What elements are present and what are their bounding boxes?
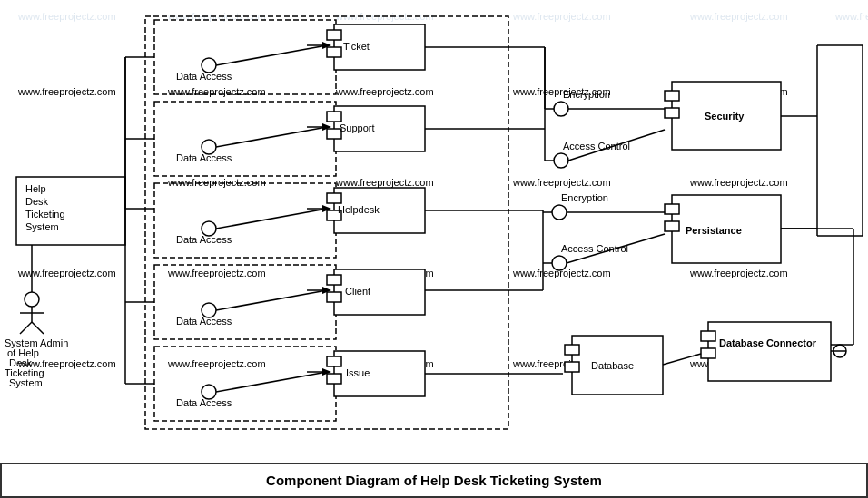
svg-text:System: System [25,221,59,232]
client-dashed [154,265,336,339]
svg-text:System: System [9,377,43,388]
issue-label: Issue [346,367,370,378]
support-label: Support [340,122,375,133]
encryption1-label: Encryption [563,89,610,100]
ticket-dashed [154,20,336,94]
ticket-data-access-label: Data Access [176,71,232,82]
svg-text:Help: Help [25,183,46,194]
svg-text:www.freeprojectz.com: www.freeprojectz.com [512,177,611,188]
svg-line-27 [20,322,32,334]
caption-text: Component Diagram of Help Desk Ticketing… [266,473,602,488]
svg-rect-66 [327,356,341,366]
svg-text:Desk: Desk [25,196,49,207]
svg-rect-77 [665,91,679,101]
encryption2-circle [552,205,567,220]
svg-rect-59 [327,275,341,285]
helpdesk-dashed [154,183,336,258]
svg-rect-108 [701,348,715,358]
access-control2-circle [552,256,567,270]
svg-text:www.freeprojectz.com: www.freeprojectz.com [17,86,116,97]
svg-rect-67 [327,374,341,384]
svg-rect-38 [327,30,341,40]
persistance-label: Persistance [686,225,742,236]
sys-admin-actor [25,292,39,307]
svg-rect-45 [327,112,341,122]
encryption1-circle [554,102,568,116]
db-connector-label: Database Connector [719,337,817,348]
svg-text:Ticketing: Ticketing [25,209,65,220]
client-label: Client [345,286,370,297]
security-label: Security [705,111,745,122]
svg-rect-105 [565,345,579,355]
ticket-label: Ticket [343,41,370,52]
svg-rect-94 [665,221,679,231]
svg-rect-39 [327,47,341,57]
helpdesk-label: Helpdesk [338,204,380,215]
access-control1-circle [554,153,568,168]
svg-line-28 [32,322,44,334]
svg-rect-106 [565,362,579,372]
svg-rect-78 [665,108,679,118]
database-label: Database [591,360,634,371]
diagram-svg: www.freeprojectz.com www.freeprojectz.co… [0,0,868,463]
encryption2-label: Encryption [561,192,608,203]
access-control1-label: Access Control [563,141,630,151]
svg-rect-52 [327,193,341,203]
helpdesk-data-access-label: Data Access [176,234,232,245]
caption-bar: Component Diagram of Help Desk Ticketing… [0,463,868,498]
svg-text:www.freeprojectz.com: www.freeprojectz.com [689,268,788,278]
support-dashed [154,102,336,176]
issue-data-access-label: Data Access [176,397,232,408]
support-data-access-label: Data Access [176,152,232,163]
svg-rect-107 [701,331,715,341]
svg-rect-60 [327,292,341,302]
client-data-access-label: Data Access [176,316,232,327]
svg-text:www.freeprojectz.com: www.freeprojectz.com [689,177,788,188]
issue-dashed [154,347,336,421]
access-control2-label: Access Control [561,243,628,254]
db-connector-box [708,322,831,381]
svg-rect-93 [665,204,679,214]
